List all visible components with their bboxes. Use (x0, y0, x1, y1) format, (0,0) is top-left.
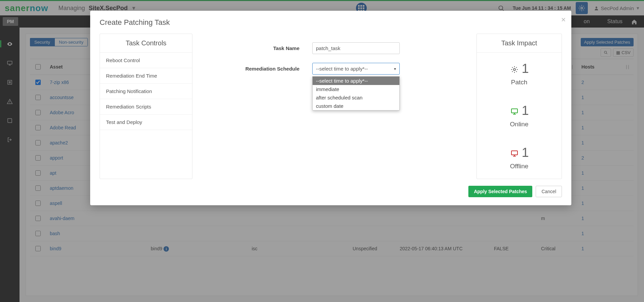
offline-count: 1 (522, 145, 529, 160)
task-control-item[interactable]: Patching Notification (100, 84, 192, 99)
schedule-option[interactable]: custom date (313, 102, 399, 110)
schedule-option[interactable]: immediate (313, 85, 399, 93)
schedule-selected-value: --select time to apply*-- (316, 66, 368, 72)
task-controls-card: Task Controls Reboot ControlRemediation … (100, 34, 192, 179)
schedule-option[interactable]: --select time to apply*-- (313, 77, 399, 85)
offline-label: Offline (477, 163, 562, 170)
remediation-schedule-label: Remediation Schedule (201, 66, 312, 72)
task-control-item[interactable]: Remediation Scripts (100, 99, 192, 115)
patch-label: Patch (477, 79, 562, 86)
cancel-button[interactable]: Cancel (536, 186, 562, 197)
svg-rect-9 (511, 109, 517, 113)
monitor-offline-icon (509, 145, 522, 160)
schedule-option[interactable]: after scheduled scan (313, 93, 399, 102)
task-control-item[interactable]: Reboot Control (100, 53, 192, 68)
svg-rect-10 (511, 151, 517, 155)
apply-selected-patches-button[interactable]: Apply Selected Patches (468, 186, 532, 197)
task-form: Task Name Remediation Schedule --select … (201, 34, 468, 179)
gear-icon (509, 61, 522, 76)
task-controls-header: Task Controls (100, 34, 192, 53)
task-name-label: Task Name (201, 45, 312, 51)
task-impact-header: Task Impact (477, 34, 562, 53)
task-control-item[interactable]: Remediation End Time (100, 68, 192, 84)
chevron-down-icon: ▾ (394, 67, 396, 71)
task-impact-card: Task Impact 1 Patch 1 Online 1 Offline (476, 34, 562, 179)
svg-point-8 (513, 69, 515, 71)
remediation-schedule-select[interactable]: --select time to apply*-- ▾ (312, 63, 400, 75)
close-icon[interactable]: ✕ (561, 16, 566, 24)
create-patching-task-modal: ✕ Create Patching Task Task Controls Reb… (90, 11, 571, 205)
task-name-input[interactable] (312, 42, 400, 54)
online-label: Online (477, 121, 562, 128)
online-count: 1 (522, 103, 529, 118)
task-control-item[interactable]: Test and Deploy (100, 115, 192, 130)
patch-count: 1 (522, 61, 529, 76)
schedule-dropdown[interactable]: --select time to apply*--immediateafter … (312, 76, 400, 111)
monitor-online-icon (509, 103, 522, 118)
modal-title: Create Patching Task (100, 18, 562, 27)
